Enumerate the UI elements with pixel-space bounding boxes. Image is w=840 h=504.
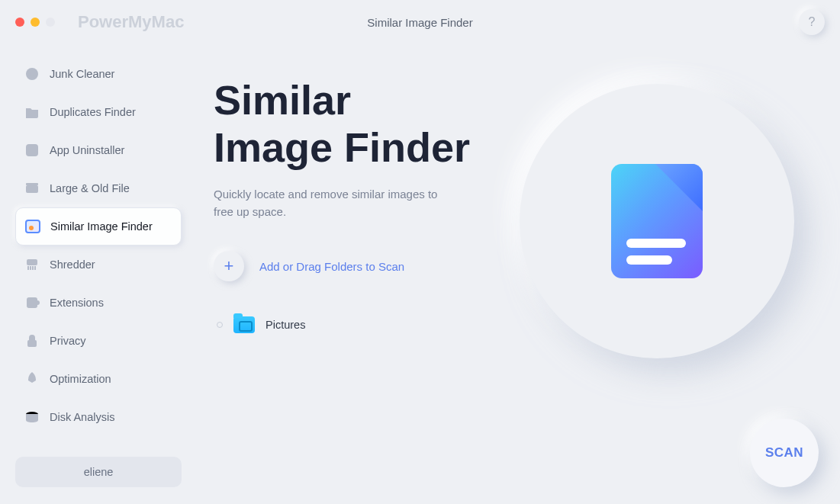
svg-point-1 xyxy=(30,72,34,76)
svg-rect-8 xyxy=(27,340,37,347)
sidebar-item-duplicates-finder[interactable]: Duplicates Finder xyxy=(15,93,182,131)
sidebar-item-label: Large & Old File xyxy=(50,182,130,194)
svg-rect-2 xyxy=(26,144,38,156)
sidebar-item-label: Similar Image Finder xyxy=(50,220,153,233)
app-name: PowerMyMac xyxy=(78,12,184,32)
add-folder-button[interactable]: + xyxy=(214,251,244,281)
sidebar-item-label: App Uninstaller xyxy=(50,144,124,156)
disk-icon xyxy=(24,409,40,425)
target-icon xyxy=(24,66,40,82)
sidebar-item-similar-image-finder[interactable]: Similar Image Finder xyxy=(15,207,182,246)
illustration-circle xyxy=(520,84,794,358)
window-controls xyxy=(15,18,55,27)
titlebar: PowerMyMac Similar Image Finder ? xyxy=(0,0,840,44)
folder-pictures-icon xyxy=(233,316,255,333)
sidebar-item-extensions[interactable]: Extensions xyxy=(15,284,182,322)
sidebar-item-label: Junk Cleaner xyxy=(50,68,114,80)
scan-button[interactable]: SCAN xyxy=(750,419,819,487)
folder-name: Pictures xyxy=(266,319,305,331)
sidebar-item-label: Extensions xyxy=(50,297,104,309)
page-title-line1: Similar xyxy=(214,77,351,123)
svg-rect-3 xyxy=(26,185,38,193)
app-icon xyxy=(24,143,40,158)
folder-icon xyxy=(24,104,40,120)
sidebar-item-disk-analysis[interactable]: Disk Analysis xyxy=(15,398,182,436)
rocket-icon xyxy=(24,371,40,387)
page-title-line2: Image Finder xyxy=(214,124,470,170)
sidebar-item-label: Shredder xyxy=(50,258,95,271)
sidebar-item-app-uninstaller[interactable]: App Uninstaller xyxy=(15,131,182,169)
user-account-button[interactable]: eliene xyxy=(15,457,182,487)
puzzle-icon xyxy=(24,295,40,310)
help-button[interactable]: ? xyxy=(799,9,825,35)
sidebar-item-large-old-file[interactable]: Large & Old File xyxy=(15,169,182,207)
plus-icon: + xyxy=(224,256,234,276)
sidebar-item-label: Privacy xyxy=(50,335,86,347)
sidebar: Junk Cleaner Duplicates Finder App Unins… xyxy=(15,55,182,436)
sidebar-item-junk-cleaner[interactable]: Junk Cleaner xyxy=(15,55,182,93)
sidebar-item-label: Disk Analysis xyxy=(50,411,114,423)
svg-rect-5 xyxy=(27,259,37,265)
close-icon[interactable] xyxy=(15,18,24,27)
add-folder-label[interactable]: Add or Drag Folders to Scan xyxy=(259,260,404,273)
svg-point-7 xyxy=(35,300,40,305)
document-icon xyxy=(611,164,703,278)
shredder-icon xyxy=(24,257,40,272)
sidebar-item-label: Duplicates Finder xyxy=(50,106,136,118)
page-subtitle: Quickly locate and remove similar images… xyxy=(214,186,450,220)
bullet-icon xyxy=(217,322,223,328)
minimize-icon[interactable] xyxy=(31,18,40,27)
box-icon xyxy=(24,181,40,196)
maximize-icon[interactable] xyxy=(46,18,55,27)
lock-icon xyxy=(24,333,40,348)
sidebar-item-label: Optimization xyxy=(50,373,111,385)
svg-rect-4 xyxy=(26,183,38,185)
sidebar-item-optimization[interactable]: Optimization xyxy=(15,360,182,398)
sidebar-item-shredder[interactable]: Shredder xyxy=(15,246,182,284)
sidebar-item-privacy[interactable]: Privacy xyxy=(15,322,182,360)
photo-icon xyxy=(25,219,40,234)
header-title: Similar Image Finder xyxy=(367,16,472,29)
